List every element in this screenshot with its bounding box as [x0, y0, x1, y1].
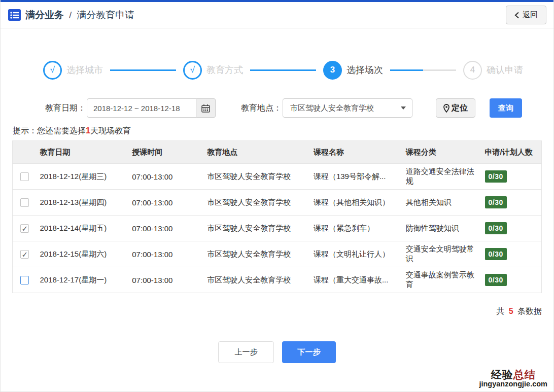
header-course-name: 课程名称: [310, 141, 403, 164]
cell-date: 2018-12-14(星期五): [37, 216, 129, 241]
cell-date: 2018-12-17(星期一): [37, 267, 129, 293]
step-1-circle: √: [43, 61, 62, 80]
step-select-city: √ 选择城市: [43, 61, 103, 80]
count-prefix: 共: [496, 307, 504, 315]
breadcrumb-separator: /: [69, 10, 72, 21]
cell-time: 07:00-13:00: [129, 216, 204, 241]
education-place-label: 教育地点：: [241, 103, 282, 114]
quota-badge: 0/30: [485, 196, 507, 208]
row-checkbox[interactable]: [20, 250, 29, 259]
hint-suffix: 天现场教育: [90, 126, 131, 135]
hint-highlight: 1: [86, 126, 90, 135]
breadcrumb: 满分业务 / 满分教育申请: [8, 8, 134, 22]
header: 满分业务 / 满分教育申请 返回: [1, 2, 553, 28]
watermark-title: 经验总结: [479, 369, 547, 380]
cell-time: 07:00-13:00: [129, 190, 204, 216]
hint-text: 提示：您还需要选择1天现场教育: [13, 126, 553, 136]
cell-category: 防御性驾驶知识: [403, 216, 482, 241]
quota-badge: 0/30: [485, 222, 507, 234]
quota-badge: 0/30: [485, 248, 507, 260]
table-row: 2018-12-17(星期一) 07:00-13:00 市区驾驶人安全教育学校 …: [13, 267, 542, 293]
table-header-row: 教育日期 授课时间 教育地点 课程名称 课程分类 申请/计划人数: [13, 141, 542, 164]
step-education-mode: √ 教育方式: [183, 61, 243, 80]
row-checkbox[interactable]: [20, 198, 29, 207]
map-pin-icon: [443, 104, 449, 113]
step-1-label: 选择城市: [66, 64, 103, 76]
count-value: 5: [509, 307, 513, 315]
cell-place: 市区驾驶人安全教育学校: [204, 241, 310, 267]
calendar-icon: [201, 104, 210, 113]
cell-time: 07:00-13:00: [129, 267, 204, 293]
cell-category: 道路交通安全法律法规: [403, 164, 482, 190]
cell-category: 其他相关知识: [403, 190, 482, 216]
education-place-select[interactable]: 市区驾驶人安全教育学校: [283, 98, 412, 118]
filter-bar: 教育日期： 教育地点： 市区驾驶人安全教育学校 定位 查询: [45, 98, 553, 118]
cell-date: 2018-12-12(星期三): [37, 164, 129, 190]
cell-course: 课程（紧急刹车）: [310, 216, 403, 241]
step-connector-2: [250, 69, 316, 71]
list-icon: [8, 8, 21, 22]
date-range-group: [87, 98, 216, 118]
step-connector-3: [390, 69, 456, 71]
locate-label: 定位: [452, 103, 468, 114]
cell-time: 07:00-13:00: [129, 241, 204, 267]
count-suffix: 条数据: [517, 307, 542, 315]
cell-course: 课程（重大交通事故...: [310, 267, 403, 293]
chevron-left-icon: [514, 12, 520, 19]
next-step-button[interactable]: 下一步: [282, 341, 336, 363]
header-class-time: 授课时间: [129, 141, 204, 164]
step-connector-1: [110, 69, 176, 71]
breadcrumb-current: 满分教育申请: [77, 9, 134, 22]
cell-course: 课程（139号部令解...: [310, 164, 403, 190]
quota-badge: 0/30: [485, 170, 507, 183]
hint-prefix: 提示：您还需要选择: [13, 126, 86, 135]
wizard-actions: 上一步 下一步: [1, 341, 553, 363]
watermark: 经验总结 jingyanzongjie.com: [479, 369, 547, 388]
date-range-input[interactable]: [87, 98, 196, 118]
quota-badge: 0/30: [485, 274, 507, 286]
locate-button[interactable]: 定位: [436, 98, 475, 118]
table-row: 2018-12-14(星期五) 07:00-13:00 市区驾驶人安全教育学校 …: [13, 216, 542, 241]
chevron-down-icon: [401, 106, 406, 110]
session-table: 教育日期 授课时间 教育地点 课程名称 课程分类 申请/计划人数 2018-12…: [12, 140, 542, 293]
back-label: 返回: [523, 10, 538, 20]
step-select-session: 3 选择场次: [323, 61, 383, 80]
step-2-label: 教育方式: [206, 64, 243, 76]
table-row: 2018-12-12(星期三) 07:00-13:00 市区驾驶人安全教育学校 …: [13, 164, 542, 190]
header-checkbox-col: [13, 141, 37, 164]
row-checkbox[interactable]: [20, 276, 29, 284]
cell-date: 2018-12-13(星期四): [37, 190, 129, 216]
breadcrumb-main[interactable]: 满分业务: [25, 9, 64, 22]
table-row: 2018-12-15(星期六) 07:00-13:00 市区驾驶人安全教育学校 …: [13, 241, 542, 267]
step-3-label: 选择场次: [347, 64, 383, 76]
page: 满分业务 / 满分教育申请 返回 √ 选择城市 √ 教育方式 3 选择场次 4: [0, 0, 554, 392]
cell-course: 课程（其他相关知识）: [310, 190, 403, 216]
step-3-circle: 3: [323, 61, 342, 80]
step-indicator: √ 选择城市 √ 教育方式 3 选择场次 4 确认申请: [1, 58, 553, 82]
header-education-place: 教育地点: [204, 141, 310, 164]
step-4-circle: 4: [463, 61, 482, 80]
cell-time: 07:00-13:00: [129, 164, 204, 190]
cell-category: 交通事故案例警示教育: [403, 267, 482, 293]
cell-course: 课程（文明礼让行人）: [310, 241, 403, 267]
previous-step-button[interactable]: 上一步: [218, 341, 274, 363]
step-confirm-application: 4 确认申请: [463, 61, 523, 80]
table-row: 2018-12-13(星期四) 07:00-13:00 市区驾驶人安全教育学校 …: [13, 190, 542, 216]
education-date-label: 教育日期：: [45, 103, 86, 114]
row-checkbox[interactable]: [20, 172, 29, 181]
cell-place: 市区驾驶人安全教育学校: [204, 267, 310, 293]
back-button[interactable]: 返回: [506, 6, 546, 24]
calendar-button[interactable]: [196, 98, 216, 118]
watermark-domain: jingyanzongjie.com: [479, 380, 547, 388]
step-2-circle: √: [183, 61, 202, 80]
row-checkbox[interactable]: [20, 224, 29, 233]
cell-place: 市区驾驶人安全教育学校: [204, 190, 310, 216]
cell-date: 2018-12-15(星期六): [37, 241, 129, 267]
query-button[interactable]: 查询: [490, 98, 522, 118]
cell-category: 交通安全文明驾驶常识: [403, 241, 482, 267]
header-education-date: 教育日期: [37, 141, 129, 164]
step-4-label: 确认申请: [487, 64, 523, 76]
header-course-category: 课程分类: [403, 141, 482, 164]
cell-place: 市区驾驶人安全教育学校: [204, 164, 310, 190]
header-quota: 申请/计划人数: [482, 141, 542, 164]
